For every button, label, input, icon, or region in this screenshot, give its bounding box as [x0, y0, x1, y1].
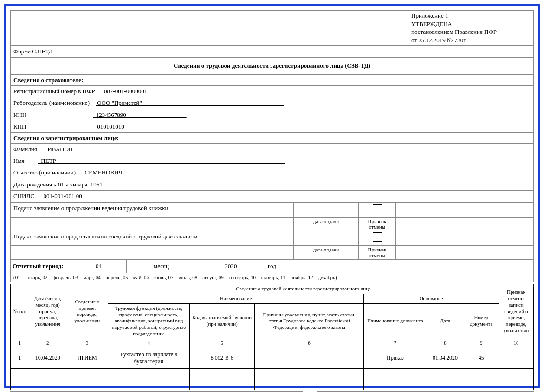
- row-code: 8.002-B-6: [189, 347, 254, 369]
- row-doc-date: 01.04.2020: [427, 347, 464, 369]
- col-7: Наименование документа: [364, 303, 427, 339]
- person-header: Сведения о зарегистрированном лице:: [11, 133, 534, 143]
- num-3: 3: [66, 339, 108, 347]
- num-9: 9: [464, 339, 499, 347]
- annex-line: Приложение 1: [411, 12, 448, 19]
- app-continue-line: Подано заявление о продолжении ведения т…: [11, 202, 294, 217]
- employer-value: ООО "Прометей": [97, 99, 142, 106]
- dob-day: 01: [58, 181, 64, 188]
- dob-label: Дата рождения «: [13, 181, 57, 188]
- col-1: № п/п: [11, 284, 29, 339]
- period-month: 04: [71, 260, 127, 273]
- row-doc-num: 45: [464, 347, 499, 369]
- num-10: 10: [499, 339, 533, 347]
- kpp-label: КПП: [13, 123, 26, 130]
- row-reason: [254, 347, 363, 369]
- lastname-value: ИВАНОВ: [47, 146, 72, 153]
- period-year-word: год: [266, 260, 534, 273]
- reg-value: 087-001-0000001: [104, 88, 147, 95]
- period-month-word: месяц: [127, 260, 196, 273]
- approved-line: УТВЕРЖДЕНА: [411, 20, 452, 27]
- row-action: ПРИЕМ: [66, 347, 108, 369]
- num-1: 1: [11, 339, 29, 347]
- date-hint-1: дата подачи: [294, 218, 359, 231]
- document-title: Сведения о трудовой деятельности зарегис…: [11, 58, 534, 75]
- naming-header: Наименование: [108, 294, 364, 304]
- col-2: Дата (число, месяц, год) приема, перевод…: [29, 284, 66, 339]
- col-10: Признак отмены записи сведений о приеме,…: [499, 284, 533, 339]
- super-header: Сведения о трудовой деятельности зарегис…: [108, 284, 499, 294]
- employer-label: Работодатель (наименование): [13, 99, 90, 106]
- period-year: 2020: [196, 260, 266, 273]
- cancel-hint-2: Признак отмены: [359, 246, 396, 259]
- months-note: (01 – январь, 02 – февраль, 03 – март, 0…: [11, 273, 534, 282]
- firstname-value: ПЕТР: [41, 157, 56, 164]
- firstname-label: Имя: [13, 157, 25, 164]
- snils-value: 001-001-001 00: [43, 193, 82, 199]
- inn-label: ИНН: [13, 111, 26, 118]
- approved-date: от 25.12.2019 № 730п: [411, 37, 466, 44]
- kpp-value: 010101010: [97, 123, 124, 130]
- table-row: 1 10.04.2020 ПРИЕМ Бухгалтер по зарплате…: [11, 347, 534, 369]
- col-8: Дата: [427, 303, 464, 339]
- approved-by: постановлением Правления ПФР: [411, 28, 497, 35]
- row-cancel: [499, 347, 533, 369]
- patronymic-value: СЕМЕНОВИЧ: [85, 169, 123, 176]
- num-5: 5: [189, 339, 254, 347]
- table-row-blank: [11, 369, 534, 390]
- date-hint-2: дата подачи: [294, 246, 359, 259]
- row-n: 1: [11, 347, 29, 369]
- insurer-header: Сведения о страхователе:: [11, 75, 534, 86]
- app-provide-line: Подано заявление о предоставлении сведен…: [11, 231, 294, 246]
- row-func: Бухгалтер по зарплате в бухгалтерии: [108, 347, 189, 369]
- snils-label: СНИЛС: [13, 193, 34, 199]
- activity-table: № п/п Дата (число, месяц, год) приема, п…: [10, 284, 534, 390]
- row-doc-name: Приказ: [364, 347, 427, 369]
- dob-year: 1961: [91, 181, 103, 188]
- col-4: Трудовая функция (должность, профессия, …: [108, 303, 189, 339]
- col-3: Сведения о приеме, переводе, увольнении: [66, 284, 108, 339]
- num-6: 6: [254, 339, 363, 347]
- approval-text: Приложение 1 УТВЕРЖДЕНА постановлением П…: [408, 11, 534, 45]
- patronymic-label: Отчество (при наличии): [13, 169, 76, 176]
- num-4: 4: [108, 339, 189, 347]
- cancel-checkbox-1: [373, 204, 382, 213]
- approval-block: Приложение 1 УТВЕРЖДЕНА постановлением П…: [10, 10, 534, 45]
- period-label: Отчетный период:: [11, 260, 71, 273]
- basis-header: Основание: [364, 294, 499, 304]
- dob-month: января: [70, 181, 87, 188]
- row-date: 10.04.2020: [29, 347, 66, 369]
- col-9: Номер документа: [464, 303, 499, 339]
- col-5: Код выполняемой функции (при наличии): [189, 303, 254, 339]
- num-2: 2: [29, 339, 66, 347]
- cancel-hint-1: Признак отмены: [359, 218, 396, 231]
- lastname-label: Фамилия: [13, 146, 37, 153]
- form-code: Форма СЗВ-ТД: [11, 46, 66, 58]
- num-7: 7: [364, 339, 427, 347]
- inn-value: 1234567890: [96, 111, 126, 118]
- cancel-checkbox-2: [373, 232, 382, 242]
- form-frame: Приложение 1 УТВЕРЖДЕНА постановлением П…: [4, 4, 540, 388]
- num-8: 8: [427, 339, 464, 347]
- reg-label: Регистрационный номер в ПФР: [13, 88, 95, 95]
- col-6: Причины увольнения, пункт, часть статьи,…: [254, 303, 363, 339]
